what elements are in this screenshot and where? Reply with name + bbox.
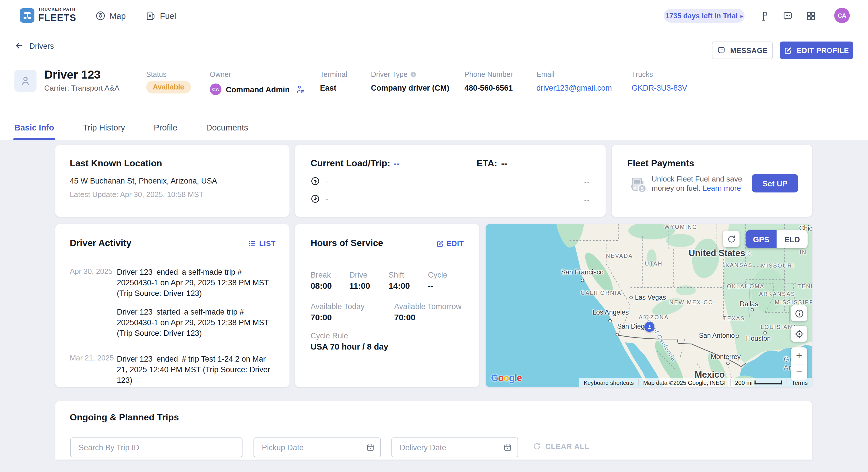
owner-label: Owner — [210, 70, 231, 78]
hos-available-today-value: 70:00 — [311, 312, 332, 322]
clear-all-button[interactable]: CLEAR ALL — [532, 442, 589, 451]
brand-wordmark[interactable]: TRUCKER PATH FLEETS — [38, 7, 76, 22]
info-icon[interactable] — [410, 71, 417, 78]
learn-more-link[interactable]: Learn more — [703, 184, 741, 193]
brand-line1: TRUCKER PATH — [38, 7, 76, 11]
ongoing-trips-card: Ongoing & Planned Trips — [55, 401, 812, 460]
map-state-label: WYOMING — [664, 224, 697, 230]
map-scale: 200 mi — [730, 379, 787, 386]
current-load-card: Current Load/Trip: -- ETA: -- - -- - -- — [295, 145, 606, 217]
hos-break-label: Break — [311, 270, 331, 279]
gps-toggle-button[interactable]: GPS — [746, 230, 777, 248]
origin-right-value: -- — [584, 178, 590, 187]
eta-value: -- — [501, 158, 507, 169]
edit-hos-button[interactable]: EDIT — [436, 239, 464, 248]
map-info-button[interactable] — [791, 305, 807, 322]
city-dot — [629, 296, 633, 299]
zoom-in-button[interactable]: + — [791, 347, 807, 364]
map-attribution: Keyboard shortcuts Map data ©2025 Google… — [579, 378, 812, 387]
hos-cycle-label: Cycle — [428, 270, 447, 279]
city-dot — [726, 362, 730, 365]
email-link[interactable]: driver123@gmail.com — [536, 83, 612, 92]
map-state-label: KANSAS — [725, 262, 752, 268]
phone-label: Phone Number — [464, 70, 513, 78]
breadcrumb[interactable]: Drivers — [29, 41, 54, 50]
search-input[interactable] — [78, 442, 236, 452]
delivery-date-input[interactable] — [399, 442, 503, 452]
pickup-date-input[interactable] — [260, 442, 366, 452]
trip-search-field[interactable] — [70, 437, 243, 457]
chat-bubble-icon[interactable] — [782, 11, 794, 22]
activity-date: Mar 21, 2025 — [70, 354, 117, 394]
trial-badge[interactable]: 1735 days left in Trial ▸ — [663, 9, 745, 23]
map-state-label: NEW MEXICO — [670, 299, 713, 305]
calendar-icon — [503, 443, 512, 452]
pickup-date-field[interactable] — [253, 437, 381, 457]
apps-grid-icon[interactable] — [805, 11, 817, 22]
nav-item-map[interactable]: Map — [95, 0, 126, 32]
message-button[interactable]: MESSAGE — [712, 42, 773, 59]
brand-logo-icon[interactable] — [20, 8, 34, 23]
map-canvas — [485, 224, 812, 387]
hos-available-today-label: Available Today — [311, 302, 365, 311]
map-panel[interactable]: WYOMING NEVADA UTAH COLORADO KANSAS MISS… — [485, 224, 812, 387]
map-source-toggle: GPS ELD — [746, 230, 808, 248]
trucks-label: Trucks — [631, 70, 653, 78]
user-avatar[interactable]: CA — [834, 8, 849, 23]
hours-of-service-title: Hours of Service — [311, 238, 383, 248]
svg-text:$: $ — [641, 186, 644, 192]
location-address: 45 W Buchanan St, Phoenix, Arizona, USA — [70, 176, 217, 185]
status-badge: Available — [146, 81, 191, 94]
calendar-icon — [366, 443, 375, 452]
activity-group: Mar 21, 2025 Driver 123ended# trip Test … — [70, 354, 290, 394]
map-locate-button[interactable] — [791, 326, 807, 342]
change-owner-icon[interactable] — [296, 84, 306, 94]
back-arrow-icon[interactable] — [14, 41, 24, 50]
user-avatar-initials: CA — [838, 12, 846, 19]
nav-item-fuel[interactable]: Fuel — [146, 0, 176, 32]
scale-bar — [755, 380, 782, 384]
delivery-date-field[interactable] — [391, 437, 518, 457]
driver-location-marker[interactable] — [644, 322, 654, 332]
tab-trip-history[interactable]: Trip History — [83, 123, 125, 140]
nav-map-label: Map — [110, 11, 126, 21]
trucks-link[interactable]: GKDR-3U3-83V — [631, 83, 687, 92]
status-label: Status — [146, 70, 166, 78]
map-city-label: Dallas — [740, 300, 758, 308]
google-logo[interactable]: Google — [491, 373, 522, 384]
eld-toggle-button[interactable]: ELD — [777, 230, 808, 248]
owner-value: CA Command Admin — [210, 83, 306, 95]
divider — [70, 347, 276, 347]
current-load-value[interactable]: -- — [394, 159, 399, 168]
map-state-label: CALIFORNIA — [581, 290, 622, 296]
hos-cycle-value: -- — [428, 281, 433, 291]
message-chat-icon — [717, 46, 726, 55]
map-country-label: United States — [689, 248, 745, 258]
keyboard-shortcuts-link[interactable]: Keyboard shortcuts — [579, 379, 638, 386]
destination-value: - — [326, 194, 328, 203]
terms-link[interactable]: Terms — [787, 379, 812, 386]
edit-profile-button[interactable]: EDIT PROFILE — [780, 42, 853, 59]
list-icon — [248, 239, 256, 248]
map-city-label: San Antonio — [699, 332, 735, 339]
tab-basic-info[interactable]: Basic Info — [14, 123, 54, 140]
map-zoom-control: + − — [791, 347, 807, 380]
tab-bar: Basic Info Trip History Profile Document… — [14, 123, 248, 140]
city-dot — [616, 333, 619, 336]
map-state-label: UTAH — [645, 260, 663, 266]
app-root: TRUCKER PATH FLEETS Map — [0, 0, 868, 472]
fleet-payments-card: Fleet Payments $ Unlock Fleet Fuel and s… — [612, 145, 812, 217]
tab-documents[interactable]: Documents — [206, 123, 248, 140]
map-state-label: TEXAS — [723, 315, 745, 321]
map-city-label: San Diego — [617, 322, 648, 330]
map-state-label: MISSISSIPPI — [775, 299, 812, 305]
current-load-title: Current Load/Trip: — [311, 158, 391, 169]
origin-value: - — [326, 177, 328, 186]
set-up-button[interactable]: Set UP — [752, 174, 798, 193]
map-refresh-button[interactable] — [723, 231, 740, 247]
map-state-label: TENN — [797, 283, 812, 289]
hos-drive-label: Drive — [349, 270, 367, 279]
flag-signpost-icon[interactable] — [759, 11, 770, 22]
tab-profile[interactable]: Profile — [154, 123, 177, 140]
list-view-button[interactable]: LIST — [248, 239, 276, 248]
